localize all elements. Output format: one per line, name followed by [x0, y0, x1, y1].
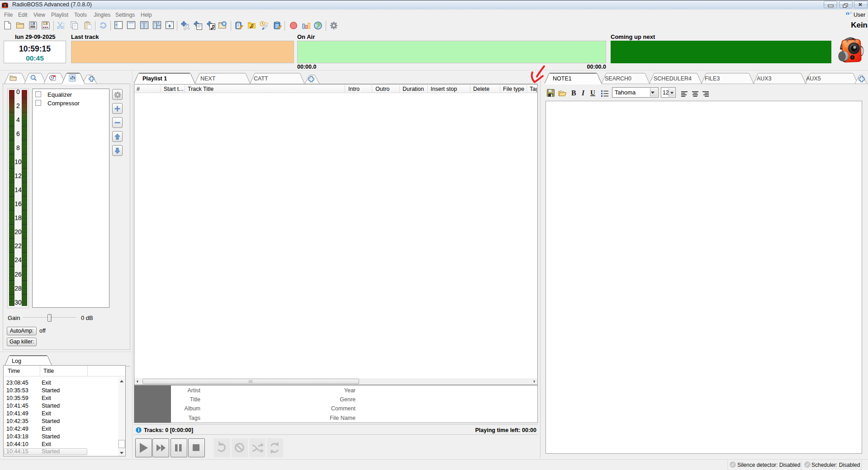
svg-text:U: U [590, 89, 595, 96]
svg-text:I: I [581, 89, 585, 97]
svg-text:B: B [571, 89, 576, 97]
